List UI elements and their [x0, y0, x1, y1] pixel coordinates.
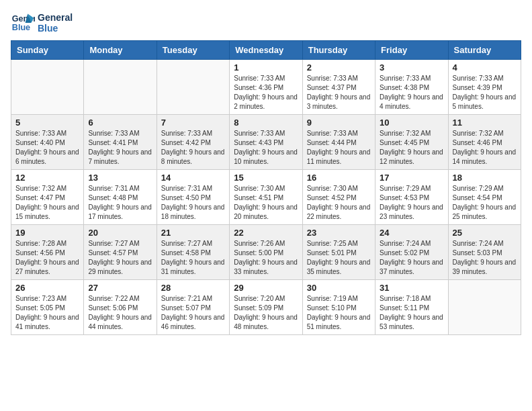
day-number: 8	[234, 118, 298, 128]
calendar-cell	[157, 60, 229, 115]
day-info: Sunrise: 7:32 AM Sunset: 4:46 PM Dayligh…	[453, 129, 517, 167]
day-info: Sunrise: 7:30 AM Sunset: 4:51 PM Dayligh…	[234, 184, 298, 222]
calendar-cell: 25Sunrise: 7:24 AM Sunset: 5:03 PM Dayli…	[448, 225, 521, 280]
calendar-cell	[11, 60, 84, 115]
day-info: Sunrise: 7:21 AM Sunset: 5:07 PM Dayligh…	[161, 294, 225, 332]
col-header-wednesday: Wednesday	[230, 41, 302, 60]
day-number: 28	[161, 283, 225, 293]
logo-text-general: General	[38, 12, 73, 23]
calendar-cell: 18Sunrise: 7:29 AM Sunset: 4:54 PM Dayli…	[448, 170, 521, 225]
day-info: Sunrise: 7:33 AM Sunset: 4:38 PM Dayligh…	[380, 74, 443, 111]
day-info: Sunrise: 7:20 AM Sunset: 5:09 PM Dayligh…	[234, 294, 298, 332]
day-number: 2	[307, 62, 371, 73]
day-info: Sunrise: 7:33 AM Sunset: 4:39 PM Dayligh…	[453, 74, 517, 111]
day-number: 26	[15, 283, 79, 293]
calendar-cell: 23Sunrise: 7:25 AM Sunset: 5:01 PM Dayli…	[302, 225, 375, 280]
calendar-cell: 5Sunrise: 7:33 AM Sunset: 4:40 PM Daylig…	[11, 115, 84, 170]
col-header-friday: Friday	[375, 41, 448, 60]
day-number: 25	[453, 228, 517, 238]
calendar-cell: 24Sunrise: 7:24 AM Sunset: 5:02 PM Dayli…	[375, 225, 448, 280]
day-number: 10	[380, 118, 443, 128]
col-header-tuesday: Tuesday	[157, 41, 229, 60]
logo-icon: General Blue	[11, 11, 35, 35]
calendar-cell: 21Sunrise: 7:27 AM Sunset: 4:58 PM Dayli…	[157, 225, 229, 280]
day-info: Sunrise: 7:18 AM Sunset: 5:11 PM Dayligh…	[380, 294, 443, 332]
day-number: 3	[380, 62, 443, 73]
calendar-cell: 6Sunrise: 7:33 AM Sunset: 4:41 PM Daylig…	[84, 115, 157, 170]
calendar-cell: 4Sunrise: 7:33 AM Sunset: 4:39 PM Daylig…	[448, 60, 521, 115]
day-number: 24	[380, 228, 443, 238]
calendar-week-row: 26Sunrise: 7:23 AM Sunset: 5:05 PM Dayli…	[11, 280, 521, 335]
day-info: Sunrise: 7:27 AM Sunset: 4:57 PM Dayligh…	[88, 239, 152, 277]
calendar-header-row: SundayMondayTuesdayWednesdayThursdayFrid…	[11, 41, 521, 60]
day-number: 31	[380, 283, 443, 293]
day-info: Sunrise: 7:24 AM Sunset: 5:02 PM Dayligh…	[380, 239, 443, 277]
day-number: 17	[380, 173, 443, 183]
calendar-cell: 26Sunrise: 7:23 AM Sunset: 5:05 PM Dayli…	[11, 280, 84, 335]
day-info: Sunrise: 7:33 AM Sunset: 4:44 PM Dayligh…	[307, 129, 371, 167]
calendar-cell: 14Sunrise: 7:31 AM Sunset: 4:50 PM Dayli…	[157, 170, 229, 225]
day-info: Sunrise: 7:33 AM Sunset: 4:37 PM Dayligh…	[307, 74, 371, 111]
day-number: 4	[453, 62, 517, 73]
calendar-cell: 22Sunrise: 7:26 AM Sunset: 5:00 PM Dayli…	[230, 225, 302, 280]
calendar-cell: 28Sunrise: 7:21 AM Sunset: 5:07 PM Dayli…	[157, 280, 229, 335]
day-info: Sunrise: 7:33 AM Sunset: 4:43 PM Dayligh…	[234, 129, 298, 167]
day-number: 12	[15, 173, 79, 183]
calendar-cell: 27Sunrise: 7:22 AM Sunset: 5:06 PM Dayli…	[84, 280, 157, 335]
day-info: Sunrise: 7:33 AM Sunset: 4:41 PM Dayligh…	[88, 129, 152, 167]
calendar-cell: 19Sunrise: 7:28 AM Sunset: 4:56 PM Dayli…	[11, 225, 84, 280]
calendar-cell: 15Sunrise: 7:30 AM Sunset: 4:51 PM Dayli…	[230, 170, 302, 225]
col-header-thursday: Thursday	[302, 41, 375, 60]
calendar-cell: 12Sunrise: 7:32 AM Sunset: 4:47 PM Dayli…	[11, 170, 84, 225]
calendar-cell: 30Sunrise: 7:19 AM Sunset: 5:10 PM Dayli…	[302, 280, 375, 335]
col-header-sunday: Sunday	[11, 41, 84, 60]
day-info: Sunrise: 7:19 AM Sunset: 5:10 PM Dayligh…	[307, 294, 371, 332]
calendar-week-row: 19Sunrise: 7:28 AM Sunset: 4:56 PM Dayli…	[11, 225, 521, 280]
calendar-cell: 16Sunrise: 7:30 AM Sunset: 4:52 PM Dayli…	[302, 170, 375, 225]
day-number: 20	[88, 228, 152, 238]
calendar-cell: 20Sunrise: 7:27 AM Sunset: 4:57 PM Dayli…	[84, 225, 157, 280]
day-info: Sunrise: 7:31 AM Sunset: 4:48 PM Dayligh…	[88, 184, 152, 222]
calendar-cell: 31Sunrise: 7:18 AM Sunset: 5:11 PM Dayli…	[375, 280, 448, 335]
day-number: 5	[15, 118, 79, 128]
logo: General Blue General Blue	[11, 11, 73, 35]
calendar-table: SundayMondayTuesdayWednesdayThursdayFrid…	[11, 40, 521, 335]
calendar-cell: 3Sunrise: 7:33 AM Sunset: 4:38 PM Daylig…	[375, 60, 448, 115]
day-number: 22	[234, 228, 298, 238]
calendar-cell: 8Sunrise: 7:33 AM Sunset: 4:43 PM Daylig…	[230, 115, 302, 170]
day-number: 7	[161, 118, 225, 128]
day-info: Sunrise: 7:26 AM Sunset: 5:00 PM Dayligh…	[234, 239, 298, 277]
page-header: General Blue General Blue	[11, 11, 521, 35]
calendar-cell: 29Sunrise: 7:20 AM Sunset: 5:09 PM Dayli…	[230, 280, 302, 335]
day-number: 13	[88, 173, 152, 183]
day-info: Sunrise: 7:29 AM Sunset: 4:54 PM Dayligh…	[453, 184, 517, 222]
day-info: Sunrise: 7:32 AM Sunset: 4:45 PM Dayligh…	[380, 129, 443, 167]
day-info: Sunrise: 7:29 AM Sunset: 4:53 PM Dayligh…	[380, 184, 443, 222]
day-info: Sunrise: 7:32 AM Sunset: 4:47 PM Dayligh…	[15, 184, 79, 222]
day-number: 1	[234, 62, 298, 73]
calendar-week-row: 1Sunrise: 7:33 AM Sunset: 4:36 PM Daylig…	[11, 60, 521, 115]
calendar-cell: 2Sunrise: 7:33 AM Sunset: 4:37 PM Daylig…	[302, 60, 375, 115]
col-header-monday: Monday	[84, 41, 157, 60]
day-number: 6	[88, 118, 152, 128]
day-info: Sunrise: 7:27 AM Sunset: 4:58 PM Dayligh…	[161, 239, 225, 277]
svg-text:Blue: Blue	[12, 23, 30, 32]
day-info: Sunrise: 7:23 AM Sunset: 5:05 PM Dayligh…	[15, 294, 79, 332]
calendar-cell: 7Sunrise: 7:33 AM Sunset: 4:42 PM Daylig…	[157, 115, 229, 170]
day-number: 23	[307, 228, 371, 238]
calendar-cell: 1Sunrise: 7:33 AM Sunset: 4:36 PM Daylig…	[230, 60, 302, 115]
day-number: 21	[161, 228, 225, 238]
day-number: 16	[307, 173, 371, 183]
calendar-cell: 11Sunrise: 7:32 AM Sunset: 4:46 PM Dayli…	[448, 115, 521, 170]
calendar-week-row: 5Sunrise: 7:33 AM Sunset: 4:40 PM Daylig…	[11, 115, 521, 170]
day-info: Sunrise: 7:30 AM Sunset: 4:52 PM Dayligh…	[307, 184, 371, 222]
day-number: 18	[453, 173, 517, 183]
day-number: 11	[453, 118, 517, 128]
day-info: Sunrise: 7:31 AM Sunset: 4:50 PM Dayligh…	[161, 184, 225, 222]
day-info: Sunrise: 7:24 AM Sunset: 5:03 PM Dayligh…	[453, 239, 517, 277]
day-number: 14	[161, 173, 225, 183]
day-info: Sunrise: 7:33 AM Sunset: 4:40 PM Dayligh…	[15, 129, 79, 167]
col-header-saturday: Saturday	[448, 41, 521, 60]
calendar-cell	[448, 280, 521, 335]
day-number: 15	[234, 173, 298, 183]
